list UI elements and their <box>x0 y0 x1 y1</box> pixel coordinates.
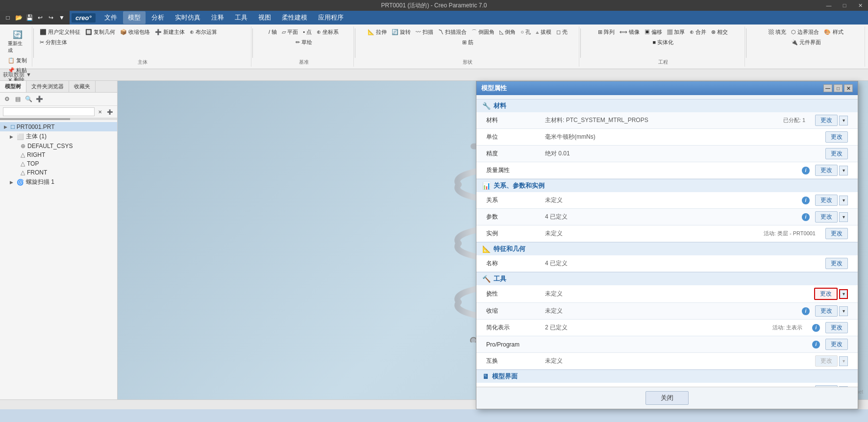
relations-change-btn[interactable]: 更改 <box>815 195 838 206</box>
precision-change-btn[interactable]: 更改 <box>825 148 848 159</box>
ref-backup-dropdown[interactable]: ▾ <box>839 386 848 387</box>
tree-search-clear[interactable]: ✕ <box>96 107 104 116</box>
interchange-change-btn[interactable]: 更改 <box>815 355 838 367</box>
tree-search-input[interactable] <box>3 107 95 116</box>
ribbon-plane[interactable]: ▱ 平面 <box>280 27 300 37</box>
tree-item-body[interactable]: ▶ ⬜ 主体 (1) <box>0 131 117 142</box>
tree-item-front[interactable]: △ FRONT <box>0 168 117 177</box>
params-change-btn[interactable]: 更改 <box>815 211 838 223</box>
qa-new[interactable]: □ <box>3 13 13 22</box>
ribbon-solidify[interactable]: ■ 实体化 <box>650 38 675 47</box>
menu-model[interactable]: 模型 <box>123 11 146 24</box>
ribbon-sweep-blend[interactable]: 〽 扫描混合 <box>436 27 469 37</box>
minimize-button[interactable]: — <box>821 0 837 11</box>
tree-add[interactable]: ➕ <box>34 94 44 104</box>
tab-model-tree[interactable]: 模型树 <box>0 81 26 92</box>
material-dropdown[interactable]: ▾ <box>839 116 848 125</box>
ribbon-merge[interactable]: ⊕ 合并 <box>688 27 708 37</box>
ribbon-style[interactable]: 🎨 样式 <box>822 27 845 37</box>
ribbon-shrink[interactable]: 📦 收缩包络 <box>118 27 152 37</box>
ribbon-rib[interactable]: ⊞ 筋 <box>460 38 475 47</box>
qa-more[interactable]: ▼ <box>57 13 67 22</box>
tab-favorites[interactable]: 收藏夹 <box>69 81 96 92</box>
shrink-info-icon[interactable]: i <box>802 307 810 315</box>
tree-item-top[interactable]: △ TOP <box>0 159 117 168</box>
ribbon-round[interactable]: ⌒ 倒圆角 <box>470 27 496 37</box>
qa-undo[interactable]: ↩ <box>35 13 45 22</box>
ribbon-mirror[interactable]: ⟺ 镜像 <box>618 27 642 37</box>
menu-app[interactable]: 应用程序 <box>313 11 348 24</box>
proprog-change-btn[interactable]: 更改 <box>825 339 848 350</box>
menu-view[interactable]: 视图 <box>253 11 276 24</box>
ribbon-copy[interactable]: 📋 复制 <box>6 56 29 65</box>
ribbon-intersect[interactable]: ⊗ 相交 <box>709 27 730 37</box>
maximize-button[interactable]: □ <box>837 0 852 11</box>
relations-info-icon[interactable]: i <box>802 197 810 204</box>
ribbon-draft[interactable]: ⟁ 拔模 <box>534 27 553 37</box>
ribbon-thicken[interactable]: ▦ 加厚 <box>665 27 687 37</box>
menu-analysis[interactable]: 分析 <box>147 11 169 24</box>
tree-columns[interactable]: ▤ <box>13 94 23 104</box>
tree-item-right[interactable]: △ RIGHT <box>0 150 117 159</box>
mass-info-icon[interactable]: i <box>802 167 810 174</box>
ribbon-new-body[interactable]: ➕ 新建主体 <box>153 27 187 37</box>
tree-item-helix[interactable]: ▶ 🌀 螺旋扫描 1 <box>0 177 117 187</box>
ribbon-point[interactable]: • 点 <box>301 27 314 37</box>
dialog-close[interactable]: ✕ <box>844 84 853 92</box>
qa-redo[interactable]: ↪ <box>46 13 56 22</box>
params-info-icon[interactable]: i <box>802 213 810 221</box>
ribbon-shell[interactable]: ◻ 壳 <box>554 27 570 37</box>
tab-file-browser[interactable]: 文件夹浏览器 <box>26 81 69 92</box>
mass-change-btn[interactable]: 更改 <box>815 165 838 176</box>
ribbon-boundary-blend[interactable]: ⬡ 边界混合 <box>789 27 821 37</box>
relations-dropdown[interactable]: ▾ <box>839 196 848 205</box>
mass-dropdown[interactable]: ▾ <box>839 166 848 175</box>
ribbon-copy-geo[interactable]: 🔲 复制几何 <box>83 27 117 37</box>
simplified-change-btn[interactable]: 更改 <box>825 322 848 333</box>
dialog-minimize[interactable]: — <box>823 84 832 92</box>
ribbon-user-feature[interactable]: ⬛ 用户定义特征 <box>38 27 82 37</box>
dialog-maximize[interactable]: □ <box>834 84 843 92</box>
ribbon-sweep[interactable]: 〰 扫描 <box>414 27 435 37</box>
simplified-info-icon[interactable]: i <box>812 324 820 332</box>
menu-annotation[interactable]: 注释 <box>206 11 229 24</box>
ribbon-split[interactable]: ✂ 分割主体 <box>38 38 69 47</box>
flexibility-dropdown[interactable]: ▾ <box>839 289 848 299</box>
ribbon-regenerate[interactable]: 🔄 重新生成 <box>6 27 29 55</box>
menu-simulation[interactable]: 实时仿真 <box>170 11 205 24</box>
ribbon-component-interface[interactable]: 🔌 元件界面 <box>789 38 823 47</box>
ribbon-sketch[interactable]: ✏ 草绘 <box>294 38 314 47</box>
qa-open[interactable]: 📂 <box>14 13 24 22</box>
tree-search-toggle[interactable]: 🔍 <box>24 94 33 104</box>
tree-search-add[interactable]: ➕ <box>105 107 114 116</box>
ribbon-hole[interactable]: ○ 孔 <box>519 27 533 37</box>
unit-change-btn[interactable]: 更改 <box>825 131 848 143</box>
shrink-dropdown[interactable]: ▾ <box>839 306 848 316</box>
ribbon-revolve[interactable]: 🔄 旋转 <box>390 27 413 37</box>
ribbon-extrude[interactable]: 📐 拉伸 <box>366 27 389 37</box>
shrink-change-btn[interactable]: 更改 <box>815 305 838 317</box>
tree-settings[interactable]: ⚙ <box>2 94 12 104</box>
menu-file[interactable]: 文件 <box>99 11 122 24</box>
names-change-btn[interactable]: 更改 <box>825 258 848 269</box>
ref-backup-change-btn[interactable]: 更改 <box>815 385 838 387</box>
instances-change-btn[interactable]: 更改 <box>825 228 848 239</box>
ribbon-pattern[interactable]: ⊞ 阵列 <box>596 27 617 37</box>
dialog-close-btn[interactable]: 关闭 <box>645 391 689 405</box>
close-button[interactable]: ✕ <box>852 0 868 11</box>
params-dropdown[interactable]: ▾ <box>839 212 848 222</box>
ribbon-csys[interactable]: ⊕ 坐标系 <box>315 27 341 37</box>
tree-item-csys[interactable]: ⊕ DEFAULT_CSYS <box>0 142 117 150</box>
qa-save[interactable]: 💾 <box>25 13 34 22</box>
tree-item-prt[interactable]: ▶ □ PRT0001.PRT <box>0 122 117 131</box>
menu-tools[interactable]: 工具 <box>230 11 252 24</box>
menu-flexible[interactable]: 柔性建模 <box>277 11 312 24</box>
ribbon-fill[interactable]: ▩ 填充 <box>767 27 788 37</box>
ribbon-chamfer[interactable]: ◺ 倒角 <box>497 27 518 37</box>
ribbon-boolean[interactable]: ⊕ 布尔运算 <box>188 27 219 37</box>
interchange-dropdown[interactable]: ▾ <box>839 356 848 366</box>
flexibility-change-btn[interactable]: 更改 <box>814 288 838 300</box>
material-change-btn[interactable]: 更改 <box>815 115 838 126</box>
ribbon-offset[interactable]: ▣ 偏移 <box>643 27 664 37</box>
ribbon-axis[interactable]: / 轴 <box>267 27 279 37</box>
